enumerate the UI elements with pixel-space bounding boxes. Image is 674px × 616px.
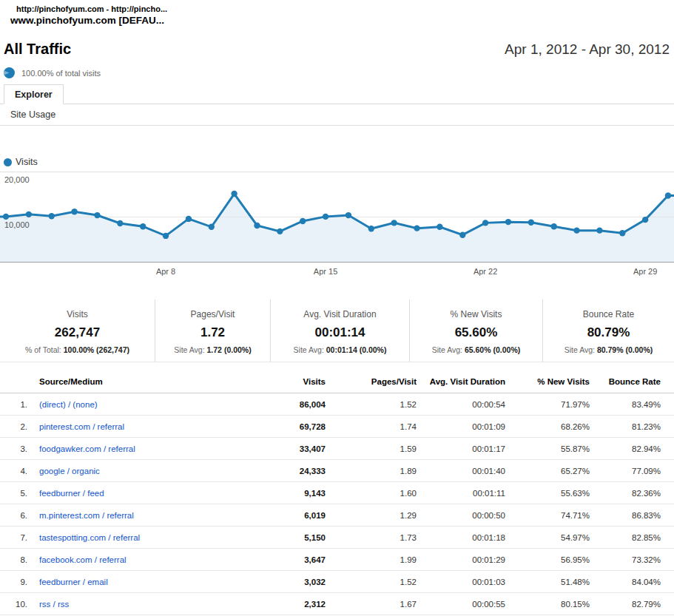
visits-legend-label: Visits: [16, 157, 38, 167]
data-point[interactable]: [642, 217, 648, 223]
data-point[interactable]: [26, 211, 32, 217]
source-medium-link[interactable]: m.pinterest.com / referral: [39, 511, 134, 520]
data-point[interactable]: [368, 226, 374, 231]
data-point[interactable]: [3, 214, 9, 220]
row-avg-duration: 00:01:18: [428, 527, 517, 549]
avg-duration-column-header[interactable]: Avg. Visit Duration: [428, 368, 517, 393]
x-axis-tick-label: Apr 8: [156, 267, 175, 276]
row-rank: 9.: [0, 571, 33, 593]
data-point[interactable]: [459, 232, 465, 238]
row-bounce-rate: 82.79%: [601, 593, 674, 615]
bounce-rate-column-header[interactable]: Bounce Rate: [601, 368, 674, 393]
row-avg-duration: 00:01:17: [428, 438, 517, 460]
new-visits-column-header[interactable]: % New Visits: [517, 368, 601, 393]
data-point[interactable]: [619, 230, 625, 236]
source-medium-column-header[interactable]: Source/Medium: [33, 368, 240, 393]
data-point[interactable]: [163, 233, 169, 239]
data-point[interactable]: [94, 212, 100, 218]
source-medium-link[interactable]: facebook.com / referral: [39, 555, 127, 564]
data-point[interactable]: [277, 229, 283, 234]
source-medium-link[interactable]: google / organic: [39, 467, 100, 475]
data-point[interactable]: [186, 216, 192, 222]
source-medium-link[interactable]: (direct) / (none): [39, 400, 98, 409]
visits-column-header[interactable]: Visits: [240, 368, 337, 393]
data-point[interactable]: [528, 220, 534, 226]
data-point[interactable]: [414, 225, 419, 231]
metric-site-avg: Site Avg: 1.72 (0.00%): [155, 345, 270, 354]
row-source: google / organic: [33, 460, 240, 482]
metric-site-avg: Site Avg: 80.79% (0.00%): [543, 345, 674, 354]
row-new-visits: 55.87%: [517, 438, 601, 460]
tab-explorer[interactable]: Explorer: [4, 84, 64, 104]
data-point[interactable]: [300, 218, 306, 224]
metric-visits: Visits262,747% of Total: 100.00% (262,74…: [0, 299, 155, 362]
row-visits: 5,150: [240, 527, 337, 549]
visits-over-time-chart: 20,00010,000Apr 8Apr 15Apr 22Apr 29: [0, 172, 674, 280]
data-point[interactable]: [596, 227, 602, 233]
source-medium-link[interactable]: feedburner / feed: [39, 489, 104, 498]
date-range-selector[interactable]: Apr 1, 2012 - Apr 30, 2012: [505, 41, 670, 58]
data-point[interactable]: [323, 214, 328, 220]
metric-label: Pages/Visit: [155, 309, 270, 319]
row-new-visits: 51.48%: [517, 571, 601, 593]
chart-area-fill: [0, 194, 674, 262]
data-point[interactable]: [209, 224, 215, 230]
row-visits: 3,032: [240, 571, 337, 593]
data-point[interactable]: [573, 227, 579, 233]
table-row: 9.feedburner / email3,0321.5200:01:0351.…: [0, 571, 674, 593]
data-point[interactable]: [550, 223, 556, 229]
visits-share-row: 100.00% of total visits: [4, 67, 101, 78]
row-source: (direct) / (none): [33, 393, 240, 416]
source-medium-link[interactable]: feedburner / email: [39, 578, 108, 586]
row-source: pinterest.com / referral: [33, 416, 240, 438]
row-visits: 6,019: [240, 504, 337, 527]
subtab-site-usage[interactable]: Site Usage: [10, 109, 55, 120]
metric-label: Bounce Rate: [543, 309, 674, 319]
data-point[interactable]: [482, 220, 488, 226]
sources-table-wrap: Source/Medium Visits Pages/Visit Avg. Vi…: [0, 368, 674, 615]
data-point[interactable]: [437, 224, 442, 230]
row-rank: 2.: [0, 416, 33, 438]
row-new-visits: 80.15%: [517, 593, 601, 615]
data-point[interactable]: [665, 192, 671, 198]
row-new-visits: 68.26%: [517, 416, 601, 438]
row-rank: 5.: [0, 482, 33, 504]
row-rank: 1.: [0, 393, 33, 416]
table-row: 3.foodgawker.com / referral33,4071.5900:…: [0, 438, 674, 460]
metric-value: 80.79%: [543, 325, 674, 340]
window-title: http://pinchofyum.com - http://pincho...…: [10, 4, 167, 26]
row-rank: 10.: [0, 593, 33, 615]
metric-label: Avg. Visit Duration: [271, 309, 409, 319]
metric-site-avg: Site Avg: 00:01:14 (0.00%): [271, 345, 409, 354]
table-row: 7.tastespotting.com / referral5,1501.730…: [0, 527, 674, 549]
visits-line-chart: 20,00010,000Apr 8Apr 15Apr 22Apr 29: [0, 172, 674, 280]
row-rank: 3.: [0, 438, 33, 460]
data-point[interactable]: [49, 213, 55, 219]
row-avg-duration: 00:00:50: [428, 504, 517, 527]
row-new-visits: 56.95%: [517, 549, 601, 571]
source-medium-link[interactable]: foodgawker.com / referral: [39, 444, 135, 453]
data-point[interactable]: [71, 209, 77, 214]
pages-visit-column-header[interactable]: Pages/Visit: [337, 368, 428, 393]
row-visits: 33,407: [240, 438, 337, 460]
row-avg-duration: 00:01:09: [428, 416, 517, 438]
data-point[interactable]: [140, 223, 146, 229]
row-rank: 7.: [0, 527, 33, 549]
row-bounce-rate: 82.85%: [601, 527, 674, 549]
data-point[interactable]: [391, 220, 397, 226]
source-medium-link[interactable]: rss / rss: [39, 600, 69, 609]
row-pages-visit: 1.99: [337, 549, 428, 571]
source-medium-link[interactable]: tastespotting.com / referral: [39, 533, 140, 542]
data-point[interactable]: [117, 220, 123, 226]
data-point[interactable]: [505, 219, 511, 225]
data-point[interactable]: [231, 191, 237, 197]
row-avg-duration: 00:01:40: [428, 460, 517, 482]
row-new-visits: 71.97%: [517, 393, 601, 416]
row-pages-visit: 1.29: [337, 504, 428, 527]
subtab-bar: Site Usage: [0, 104, 674, 126]
source-medium-link[interactable]: pinterest.com / referral: [39, 422, 124, 431]
tab-bar: Explorer: [0, 84, 674, 104]
row-avg-duration: 00:00:54: [428, 393, 517, 416]
data-point[interactable]: [254, 223, 260, 229]
data-point[interactable]: [346, 212, 351, 218]
